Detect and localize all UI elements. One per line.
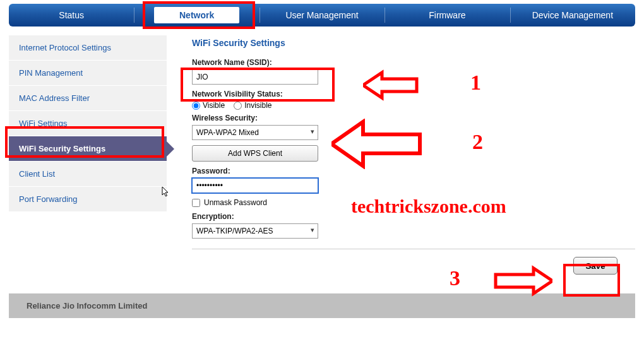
visibility-invisible-radio[interactable]	[234, 102, 242, 110]
add-wps-client-button[interactable]: Add WPS Client	[192, 145, 318, 162]
tab-firmware[interactable]: Firmware	[385, 4, 510, 27]
tab-status[interactable]: Status	[9, 4, 134, 27]
sidebar-item-wifi-settings[interactable]: WiFi Settings	[9, 111, 167, 136]
sidebar-item-wifi-security[interactable]: WiFi Security Settings	[9, 136, 167, 162]
password-label: Password:	[192, 167, 635, 175]
sidebar: Internet Protocol Settings PIN Managemen…	[9, 35, 167, 275]
visibility-invisible-option[interactable]: Invisible	[234, 101, 271, 110]
main-panel: WiFi Security Settings Network Name (SSI…	[167, 35, 635, 275]
unmask-password-label: Unmask Password	[204, 198, 267, 207]
ssid-label: Network Name (SSID):	[192, 58, 635, 67]
save-button[interactable]: Save	[573, 257, 617, 275]
security-label: Wireless Security:	[192, 114, 635, 122]
password-input[interactable]	[192, 178, 318, 193]
visibility-visible-radio[interactable]	[192, 102, 200, 110]
sidebar-item-pin-management[interactable]: PIN Management	[9, 61, 167, 86]
sidebar-item-internet-protocol[interactable]: Internet Protocol Settings	[9, 35, 167, 61]
sidebar-item-mac-filter[interactable]: MAC Address Filter	[9, 86, 167, 111]
visibility-label: Network Visibility Status:	[192, 90, 635, 98]
encryption-select[interactable]: WPA-TKIP/WPA2-AES	[192, 223, 318, 239]
footer: Reliance Jio Infocomm Limited	[9, 293, 635, 318]
divider	[192, 249, 635, 249]
top-nav: Status Network User Management Firmware …	[9, 4, 635, 27]
unmask-password-checkbox[interactable]	[192, 199, 200, 207]
tab-device-management[interactable]: Device Management	[510, 4, 635, 27]
sidebar-item-port-forwarding[interactable]: Port Forwarding	[9, 187, 167, 212]
security-select[interactable]: WPA-WPA2 Mixed	[192, 125, 318, 140]
ssid-input[interactable]	[192, 69, 318, 85]
page-title: WiFi Security Settings	[192, 38, 635, 48]
tab-user-management[interactable]: User Management	[259, 4, 385, 27]
encryption-label: Encryption:	[192, 212, 635, 221]
visibility-visible-option[interactable]: Visible	[192, 101, 225, 110]
tab-network[interactable]: Network	[134, 4, 259, 27]
sidebar-item-client-list[interactable]: Client List	[9, 162, 167, 187]
